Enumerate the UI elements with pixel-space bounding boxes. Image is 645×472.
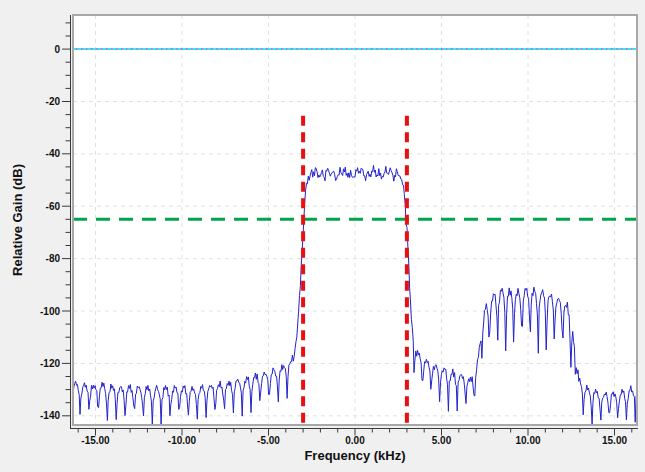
svg-text:-20: -20	[46, 96, 61, 107]
svg-text:-40: -40	[46, 148, 61, 159]
svg-text:-15.00: -15.00	[81, 435, 110, 446]
svg-text:-60: -60	[46, 201, 61, 212]
plot-canvas: 0-20-40-60-80-100-120-140-15.00-10.00-5.…	[0, 0, 645, 472]
frequency-response-plot: 0-20-40-60-80-100-120-140-15.00-10.00-5.…	[0, 0, 645, 472]
y-tick-labels: 0-20-40-60-80-100-120-140	[40, 44, 60, 422]
svg-text:-120: -120	[40, 358, 60, 369]
svg-text:-5.00: -5.00	[257, 435, 280, 446]
svg-text:0.00: 0.00	[345, 435, 365, 446]
svg-text:-10.00: -10.00	[168, 435, 197, 446]
svg-text:-100: -100	[40, 306, 60, 317]
svg-text:10.00: 10.00	[515, 435, 540, 446]
svg-text:15.00: 15.00	[602, 435, 627, 446]
svg-text:-140: -140	[40, 410, 60, 421]
svg-text:5.00: 5.00	[432, 435, 452, 446]
svg-text:0: 0	[54, 44, 60, 55]
y-axis-title: Relative Gain (dB)	[10, 164, 25, 276]
x-axis-title: Frequency (kHz)	[73, 448, 637, 463]
x-tick-labels: -15.00-10.00-5.000.005.0010.0015.00	[81, 435, 627, 446]
svg-text:-80: -80	[46, 253, 61, 264]
